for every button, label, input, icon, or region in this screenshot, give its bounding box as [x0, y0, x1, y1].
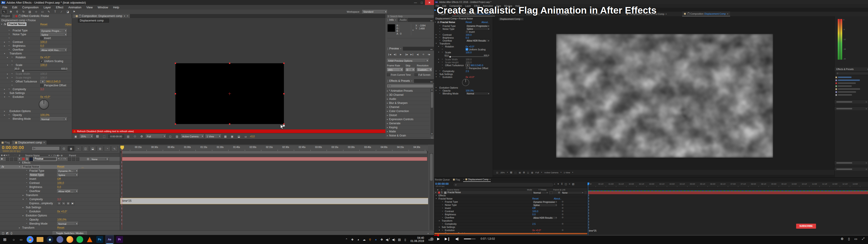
layer-switch-2[interactable] — [14, 157, 18, 161]
twirl-icon[interactable]: ▾ — [439, 229, 440, 231]
reset-link[interactable]: Reset — [466, 21, 472, 24]
show-snapshot-icon[interactable]: ⚇ — [132, 134, 138, 139]
property-label[interactable]: Evolution Options — [9, 110, 31, 113]
twirl-icon[interactable]: ▸ — [439, 226, 440, 228]
property-row-contrast[interactable]: ◔Contrast100,0 — [0, 181, 120, 185]
tab-project[interactable]: Project — [0, 14, 12, 18]
shape-tool-icon[interactable]: ▭ — [40, 10, 45, 14]
stopwatch-icon[interactable]: ◔ — [439, 76, 440, 78]
stopwatch-icon[interactable]: ◔ — [11, 72, 13, 75]
parent-dropdown[interactable]: None▼ — [90, 157, 109, 161]
timeline-search-box[interactable]: ⚲▾ — [32, 146, 60, 150]
property-label[interactable]: Effects — [438, 194, 446, 197]
next-frame-button[interactable]: ❙▶ — [404, 53, 409, 57]
property-value[interactable]: 0x +0.0° — [466, 76, 474, 79]
property-row-opacity[interactable]: ◔Opacity100,0% — [0, 218, 120, 222]
twirl-icon[interactable]: ▾ — [19, 161, 20, 164]
layer-switch-0[interactable] — [6, 157, 9, 161]
property-value[interactable]: Reset — [57, 226, 64, 230]
property-label[interactable]: Fractal Type — [29, 169, 44, 172]
property-row-noise-type[interactable]: ◔Noise TypeSpline▾◎ — [434, 204, 587, 207]
stopwatch-icon[interactable]: ◔ — [26, 189, 27, 192]
list-item[interactable]: ▸Blur & Sharpen — [386, 101, 430, 105]
parent-pickwhip-icon[interactable]: ◎ — [562, 204, 563, 206]
twirl-icon[interactable]: ▸ — [19, 226, 20, 229]
twirl-right-icon[interactable]: ▸ — [436, 70, 437, 72]
audio-button[interactable]: ◀) — [415, 53, 420, 57]
selection-handle[interactable] — [175, 123, 176, 125]
property-value[interactable]: 0x +0,0° — [40, 56, 51, 59]
list-item[interactable]: ▸Expression Controls — [386, 117, 430, 121]
layer-label-color[interactable] — [22, 158, 25, 160]
stamp-tool-icon[interactable]: ◪ — [65, 10, 70, 14]
evolution-dial[interactable] — [434, 79, 493, 86]
property-row-complexity[interactable]: ▾◔Complexity3,0 — [0, 197, 120, 202]
parent-pickwhip-icon[interactable]: ◎ — [562, 207, 563, 209]
always-preview-icon[interactable]: ▣ — [73, 134, 79, 139]
layer-switches[interactable]: ✦ ∕ fx — [58, 157, 67, 160]
draft-3d-icon[interactable]: ▣ — [68, 146, 74, 151]
layer-name[interactable]: Fractal Noise — [447, 191, 461, 194]
twirl-icon[interactable]: ▸ — [439, 220, 440, 222]
property-label[interactable]: Transform — [439, 42, 450, 45]
property-label[interactable]: Transform — [9, 52, 22, 55]
safe-guides-icon[interactable]: 🖽 — [95, 134, 100, 139]
mute-icon[interactable]: ◀╱ — [385, 238, 391, 241]
expression-text[interactable]: time*25 — [589, 230, 596, 232]
property-label[interactable]: Evolution — [442, 76, 452, 79]
property-label[interactable]: Blending Mode — [29, 222, 48, 225]
parent-pickwhip-icon[interactable]: ◎ — [562, 213, 563, 215]
tab-composition[interactable]: CompositionDisplacement Comp≡ — [682, 11, 730, 17]
property-value[interactable]: 0x +0.0° — [532, 229, 541, 232]
trkmat-box[interactable] — [550, 191, 553, 194]
twirl-down-icon[interactable]: ▾ — [7, 64, 8, 66]
stopwatch-icon[interactable]: ◔ — [439, 92, 440, 94]
property-label[interactable]: Transform — [442, 219, 452, 222]
property-label[interactable]: Sub Settings — [442, 226, 455, 228]
expand-layers-icon[interactable]: ◫ — [2, 232, 4, 235]
twirl-right-icon[interactable]: ▸ — [4, 110, 5, 112]
comp-dropdown-item[interactable]: Displacement comp — [78, 19, 109, 23]
stopwatch-icon[interactable]: ◔ — [439, 89, 440, 92]
stopwatch-icon[interactable]: ◔ — [439, 25, 440, 27]
list-item[interactable]: ▸3D Channel — [386, 93, 430, 97]
property-label[interactable]: Fractal Type — [442, 25, 456, 27]
twirl-right-icon[interactable]: ▸ — [387, 102, 388, 104]
brainstorm-icon[interactable]: ◍ — [97, 146, 103, 151]
exposure-offset[interactable]: +0,0 — [250, 135, 255, 138]
steam-tray-icon[interactable]: ◕ — [355, 238, 361, 241]
stopwatch-icon[interactable]: ◔ — [439, 39, 440, 41]
twirl-down-icon[interactable]: ▾ — [4, 96, 5, 98]
twirl-right-icon[interactable]: ▸ — [387, 94, 388, 96]
frame-rate-dropdown[interactable]: (60)▼ — [387, 68, 403, 72]
graph-editor-icon[interactable]: ▧ — [572, 183, 575, 185]
twirl-right-icon[interactable]: ▸ — [387, 90, 388, 92]
composition-mini-flowchart-icon[interactable]: ⌁ — [554, 183, 555, 185]
brush-tool-icon[interactable]: ∕ — [59, 10, 64, 14]
parent-dropdown[interactable]: None▾ — [561, 191, 584, 194]
last-frame-button[interactable]: ▶❙ — [410, 53, 414, 57]
twirl-right-icon[interactable]: ▸ — [387, 122, 388, 124]
taskbar-vlc-icon[interactable] — [86, 235, 94, 244]
tray-app-icon[interactable]: ❖ — [349, 238, 355, 241]
stopwatch-icon[interactable]: ◔ — [8, 44, 10, 47]
property-label[interactable]: Opacity — [442, 89, 451, 92]
property-value[interactable]: 100.0 — [466, 58, 471, 61]
menu-item-composition[interactable]: Composition — [20, 6, 41, 9]
property-label[interactable]: Transform — [22, 226, 34, 229]
expression-field[interactable]: time*25 — [120, 198, 428, 204]
effects-search-box[interactable]: ⚲▾ — [387, 84, 433, 88]
column-number[interactable]: # — [441, 189, 442, 191]
shy-icon[interactable]: ⌁ — [75, 146, 82, 151]
stopwatch-icon[interactable]: ◔ — [8, 114, 10, 116]
fullscreen-icon[interactable]: ⤢ — [862, 237, 864, 241]
property-value[interactable]: 100.0 — [466, 61, 471, 64]
property-label[interactable]: Scale — [16, 63, 22, 67]
property-label[interactable]: Invert — [445, 207, 451, 209]
property-value[interactable]: Off — [532, 207, 535, 209]
viewer-icon-2[interactable]: ▤ — [519, 171, 521, 174]
property-label[interactable]: Fractal Noise — [22, 165, 40, 168]
view-option-icon-3[interactable]: ⚍ — [243, 134, 248, 139]
column-number[interactable]: # — [19, 154, 20, 157]
point-picker-icon[interactable]: ⊕ — [466, 64, 470, 66]
